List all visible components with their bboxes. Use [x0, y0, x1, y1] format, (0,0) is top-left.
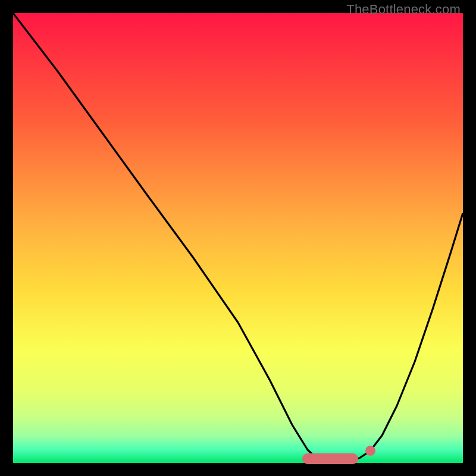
watermark-text: TheBottleneck.com	[346, 2, 461, 17]
plot-frame	[13, 13, 463, 463]
optimal-range-marker	[302, 453, 358, 464]
bottleneck-curve	[13, 13, 463, 463]
curve-path	[13, 13, 463, 461]
optimal-point-marker	[365, 446, 375, 456]
